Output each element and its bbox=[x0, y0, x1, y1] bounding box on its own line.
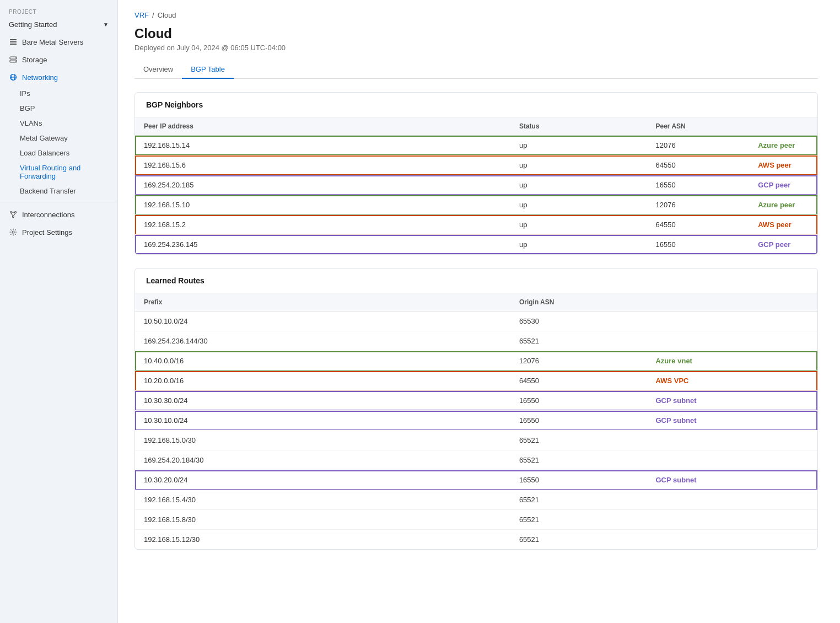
sidebar-sub-backend-transfer[interactable]: Backend Transfer bbox=[0, 184, 117, 198]
bgp-peer-label: AWS peer bbox=[749, 215, 817, 235]
tab-bgp-table[interactable]: BGP Table bbox=[182, 61, 234, 79]
bgp-status: up bbox=[510, 195, 647, 215]
bgp-peer-asn: 16550 bbox=[647, 175, 750, 195]
tab-overview[interactable]: Overview bbox=[134, 61, 182, 79]
svg-point-5 bbox=[15, 57, 16, 58]
breadcrumb-current: Cloud bbox=[158, 11, 176, 19]
route-label bbox=[647, 331, 817, 351]
learned-routes-card: Learned Routes Prefix Origin ASN 10.50.1… bbox=[134, 268, 818, 550]
sidebar-sub-ips[interactable]: IPs bbox=[0, 86, 117, 101]
col-peer-asn: Peer ASN bbox=[647, 117, 750, 136]
route-prefix: 10.40.0.0/16 bbox=[135, 351, 510, 371]
sidebar-sub-vrf[interactable]: Virtual Routing and Forwarding bbox=[0, 160, 117, 184]
learned-route-row: 192.168.15.12/3065521 bbox=[135, 530, 817, 550]
main-content: VRF / Cloud Cloud Deployed on July 04, 2… bbox=[118, 0, 840, 623]
col-route-label-header bbox=[647, 293, 817, 312]
route-origin-asn: 65521 bbox=[510, 510, 647, 530]
route-origin-asn: 65521 bbox=[510, 490, 647, 510]
bgp-neighbor-row: 169.254.236.145up16550GCP peer bbox=[135, 235, 817, 255]
route-prefix: 192.168.15.4/30 bbox=[135, 490, 510, 510]
route-origin-asn: 12076 bbox=[510, 351, 647, 371]
svg-point-16 bbox=[12, 231, 14, 233]
sidebar-sub-bgp[interactable]: BGP bbox=[0, 101, 117, 116]
bgp-status: up bbox=[510, 155, 647, 175]
route-prefix: 169.254.20.184/30 bbox=[135, 450, 510, 470]
route-prefix: 10.50.10.0/24 bbox=[135, 312, 510, 331]
route-label: GCP subnet bbox=[647, 411, 817, 431]
route-label: GCP subnet bbox=[647, 391, 817, 411]
storage-label: Storage bbox=[22, 56, 47, 64]
route-label bbox=[647, 530, 817, 550]
route-origin-asn: 65521 bbox=[510, 431, 647, 450]
learned-route-row: 169.254.20.184/3065521 bbox=[135, 450, 817, 470]
svg-point-12 bbox=[13, 216, 14, 218]
bgp-peer-asn: 64550 bbox=[647, 215, 750, 235]
networking-label: Networking bbox=[22, 73, 58, 82]
col-origin-asn: Origin ASN bbox=[510, 293, 647, 312]
storage-icon bbox=[9, 55, 18, 64]
page-subtitle: Deployed on July 04, 2024 @ 06:05 UTC-04… bbox=[134, 44, 818, 52]
bgp-neighbors-title: BGP Neighbors bbox=[135, 93, 817, 117]
breadcrumb-separator: / bbox=[152, 11, 154, 19]
learned-route-row: 10.30.10.0/2416550GCP subnet bbox=[135, 411, 817, 431]
breadcrumb-vrf[interactable]: VRF bbox=[134, 11, 149, 19]
route-label bbox=[647, 490, 817, 510]
col-peer-label-header bbox=[749, 117, 817, 136]
bgp-peer-label: GCP peer bbox=[749, 175, 817, 195]
route-origin-asn: 65521 bbox=[510, 530, 647, 550]
bgp-status: up bbox=[510, 136, 647, 155]
route-prefix: 192.168.15.12/30 bbox=[135, 530, 510, 550]
bgp-peer-ip: 192.168.15.2 bbox=[135, 215, 510, 235]
route-prefix: 10.30.10.0/24 bbox=[135, 411, 510, 431]
settings-icon bbox=[9, 228, 18, 237]
interconnections-label: Interconnections bbox=[22, 211, 74, 219]
bgp-neighbor-row: 192.168.15.10up12076Azure peer bbox=[135, 195, 817, 215]
svg-point-6 bbox=[15, 61, 16, 62]
project-label: PROJECT bbox=[0, 6, 117, 16]
route-origin-asn: 16550 bbox=[510, 411, 647, 431]
learned-route-row: 10.50.10.0/2465530 bbox=[135, 312, 817, 331]
learned-routes-title: Learned Routes bbox=[135, 268, 817, 293]
sidebar-item-bare-metal[interactable]: Bare Metal Servers bbox=[0, 33, 117, 51]
learned-route-row: 10.30.30.0/2416550GCP subnet bbox=[135, 391, 817, 411]
sidebar: PROJECT Getting Started ▼ Bare Metal Ser… bbox=[0, 0, 118, 623]
col-peer-ip: Peer IP address bbox=[135, 117, 510, 136]
sidebar-item-project-settings[interactable]: Project Settings bbox=[0, 223, 117, 241]
learned-route-row: 192.168.15.4/3065521 bbox=[135, 490, 817, 510]
sidebar-item-storage[interactable]: Storage bbox=[0, 51, 117, 68]
sidebar-sub-vlans[interactable]: VLANs bbox=[0, 116, 117, 131]
learned-route-row: 192.168.15.0/3065521 bbox=[135, 431, 817, 450]
route-label bbox=[647, 510, 817, 530]
sidebar-sub-load-balancers[interactable]: Load Balancers bbox=[0, 146, 117, 160]
project-settings-label: Project Settings bbox=[22, 228, 72, 237]
col-status: Status bbox=[510, 117, 647, 136]
bgp-peer-ip: 192.168.15.14 bbox=[135, 136, 510, 155]
sidebar-item-networking[interactable]: Networking bbox=[0, 68, 117, 86]
route-origin-asn: 65521 bbox=[510, 331, 647, 351]
interconnect-icon bbox=[9, 210, 18, 219]
sidebar-sub-metal-gateway[interactable]: Metal Gateway bbox=[0, 131, 117, 146]
sidebar-divider bbox=[0, 202, 117, 202]
bgp-status: up bbox=[510, 235, 647, 255]
bgp-status: up bbox=[510, 215, 647, 235]
learned-route-row: 169.254.236.144/3065521 bbox=[135, 331, 817, 351]
svg-line-14 bbox=[11, 213, 13, 216]
bgp-peer-asn: 16550 bbox=[647, 235, 750, 255]
sidebar-item-getting-started[interactable]: Getting Started ▼ bbox=[0, 16, 117, 33]
route-label: AWS VPC bbox=[647, 371, 817, 391]
route-label bbox=[647, 450, 817, 470]
bgp-neighbor-row: 192.168.15.6up64550AWS peer bbox=[135, 155, 817, 175]
list-icon bbox=[9, 37, 18, 46]
bgp-peer-label: GCP peer bbox=[749, 235, 817, 255]
bgp-peer-asn: 12076 bbox=[647, 195, 750, 215]
bgp-peer-label: Azure peer bbox=[749, 195, 817, 215]
chevron-down-icon: ▼ bbox=[103, 22, 109, 28]
breadcrumb: VRF / Cloud bbox=[134, 11, 818, 19]
bgp-neighbor-row: 169.254.20.185up16550GCP peer bbox=[135, 175, 817, 195]
learned-route-row: 192.168.15.8/3065521 bbox=[135, 510, 817, 530]
sidebar-item-interconnections[interactable]: Interconnections bbox=[0, 206, 117, 223]
bare-metal-label: Bare Metal Servers bbox=[22, 38, 83, 46]
svg-rect-0 bbox=[10, 39, 17, 40]
route-label bbox=[647, 312, 817, 331]
route-origin-asn: 65530 bbox=[510, 312, 647, 331]
